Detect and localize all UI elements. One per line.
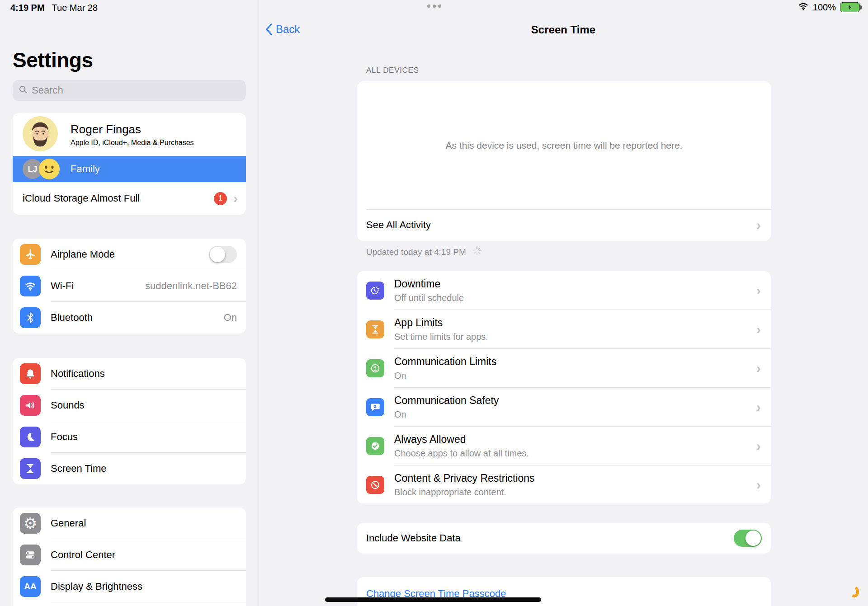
general-label: General	[51, 517, 237, 529]
page-title: Settings	[13, 48, 93, 72]
row-title: Communication Safety	[394, 395, 756, 407]
row-subtitle: On	[394, 409, 756, 420]
sidebar-item-general[interactable]: ⚙ General	[13, 507, 246, 539]
row-content-privacy-restrictions[interactable]: Content & Privacy Restrictions Block ina…	[357, 465, 771, 504]
family-member-emoji-avatar	[39, 159, 60, 179]
row-communication-safety[interactable]: Communication Safety On ›	[357, 388, 771, 427]
downtime-icon	[366, 282, 384, 300]
status-bar-left: 4:19 PM Tue Mar 28	[10, 3, 98, 13]
sidebar-item-control-center[interactable]: Control Center	[13, 539, 246, 571]
sounds-label: Sounds	[51, 399, 237, 411]
search-icon	[18, 85, 28, 96]
profile-subtitle: Apple ID, iCloud+, Media & Purchases	[71, 139, 194, 147]
user-avatar	[23, 116, 58, 153]
airplane-mode-toggle[interactable]	[209, 246, 237, 263]
sidebar-item-wifi[interactable]: Wi-Fi suddenlink.net-BB62	[13, 270, 246, 302]
sidebar-item-family[interactable]: LJ Family	[13, 156, 246, 182]
notifications-card: Notifications Sounds Focus	[13, 358, 246, 484]
sidebar-item-sounds[interactable]: Sounds	[13, 390, 246, 421]
sidebar-item-screen-time[interactable]: Screen Time	[13, 453, 246, 484]
general-card: ⚙ General Control Center AA Display & Br…	[13, 507, 246, 606]
row-subtitle: Set time limits for apps.	[394, 332, 756, 342]
row-title: Always Allowed	[394, 433, 756, 446]
chevron-right-icon: ›	[756, 323, 761, 336]
no-entry-icon	[366, 476, 384, 494]
icloud-storage-label: iCloud Storage Almost Full	[23, 193, 214, 204]
search-placeholder: Search	[32, 85, 63, 96]
see-all-activity-row[interactable]: See All Activity ›	[357, 209, 771, 241]
pointer-annotation-icon	[848, 585, 860, 599]
search-input[interactable]: Search	[13, 80, 246, 101]
sidebar-item-airplane-mode[interactable]: Airplane Mode	[13, 239, 246, 270]
loading-spinner-icon	[472, 245, 482, 258]
profile-card: Roger Fingas Apple ID, iCloud+, Media & …	[13, 113, 246, 215]
chevron-right-icon: ›	[756, 400, 761, 414]
clock-time: 4:19 PM	[10, 3, 45, 13]
alert-count-badge: 1	[214, 192, 227, 205]
control-center-icon	[20, 545, 41, 565]
wifi-status-icon	[798, 2, 809, 13]
row-title: Downtime	[394, 278, 756, 290]
screen-time-options-card: Downtime Off until schedule › App Limits…	[357, 271, 771, 503]
chevron-right-icon: ›	[233, 192, 238, 205]
focus-label: Focus	[51, 431, 237, 443]
display-brightness-label: Display & Brightness	[51, 581, 237, 592]
person-circle-icon	[366, 359, 384, 377]
battery-percent: 100%	[813, 2, 836, 13]
clock-date: Tue Mar 28	[52, 3, 98, 13]
bluetooth-label: Bluetooth	[51, 312, 224, 324]
updated-status: Updated today at 4:19 PM	[366, 245, 482, 258]
include-website-data-label: Include Website Data	[366, 532, 734, 544]
chevron-right-icon: ›	[756, 218, 761, 232]
notifications-label: Notifications	[51, 368, 237, 380]
row-subtitle: Off until schedule	[394, 293, 756, 303]
row-title: Communication Limits	[394, 356, 756, 368]
row-subtitle: Block inappropriate content.	[394, 487, 756, 498]
sidebar-item-focus[interactable]: Focus	[13, 421, 246, 453]
row-subtitle: On	[394, 371, 756, 381]
include-website-data-toggle[interactable]	[734, 530, 762, 547]
ipad-settings-screen: 4:19 PM Tue Mar 28 Settings Search Roger…	[0, 0, 868, 606]
website-data-card: Include Website Data	[357, 523, 771, 554]
bluetooth-icon	[20, 307, 41, 328]
row-title: Content & Privacy Restrictions	[394, 472, 756, 484]
screen-time-hourglass-icon	[20, 458, 41, 479]
screen-time-label: Screen Time	[51, 463, 237, 474]
sidebar-item-display-brightness[interactable]: AA Display & Brightness	[13, 571, 246, 602]
empty-state-message: As this device is used, screen time will…	[357, 140, 771, 151]
row-communication-limits[interactable]: Communication Limits On ›	[357, 349, 771, 388]
wifi-icon	[20, 276, 41, 296]
row-subtitle: Choose apps to allow at all times.	[394, 448, 756, 459]
activity-card: As this device is used, screen time will…	[357, 81, 771, 241]
wifi-network-value: suddenlink.net-BB62	[145, 280, 237, 292]
display-brightness-icon: AA	[20, 576, 41, 597]
focus-moon-icon	[20, 427, 41, 447]
sidebar-item-bluetooth[interactable]: Bluetooth On	[13, 302, 246, 334]
airplane-icon	[20, 244, 41, 265]
wifi-label: Wi-Fi	[51, 280, 145, 292]
notifications-icon	[20, 363, 41, 384]
chat-bubble-icon	[366, 398, 384, 416]
row-always-allowed[interactable]: Always Allowed Choose apps to allow at a…	[357, 427, 771, 465]
chevron-right-icon: ›	[756, 439, 761, 453]
app-limits-hourglass-icon	[366, 320, 384, 338]
battery-charging-icon	[840, 2, 862, 12]
multitasking-handle-icon[interactable]	[423, 5, 445, 8]
sidebar-item-icloud-storage[interactable]: iCloud Storage Almost Full 1 ›	[13, 182, 246, 215]
sidebar-item-notifications[interactable]: Notifications	[13, 358, 246, 390]
settings-sidebar: 4:19 PM Tue Mar 28 Settings Search Roger…	[0, 0, 259, 606]
profile-name: Roger Fingas	[71, 122, 194, 136]
updated-label: Updated today at 4:19 PM	[366, 247, 466, 257]
airplane-mode-label: Airplane Mode	[51, 249, 209, 260]
connectivity-card: Airplane Mode Wi-Fi suddenlink.net-BB62 …	[13, 239, 246, 334]
row-downtime[interactable]: Downtime Off until schedule ›	[357, 271, 771, 310]
chevron-right-icon: ›	[756, 478, 761, 492]
home-indicator[interactable]	[325, 597, 541, 602]
family-label: Family	[71, 163, 100, 175]
row-app-limits[interactable]: App Limits Set time limits for apps. ›	[357, 310, 771, 349]
status-bar-right: 100%	[798, 2, 862, 13]
row-title: App Limits	[394, 317, 756, 329]
apple-id-row[interactable]: Roger Fingas Apple ID, iCloud+, Media & …	[13, 113, 246, 156]
control-center-label: Control Center	[51, 549, 237, 561]
chevron-right-icon: ›	[756, 284, 761, 297]
